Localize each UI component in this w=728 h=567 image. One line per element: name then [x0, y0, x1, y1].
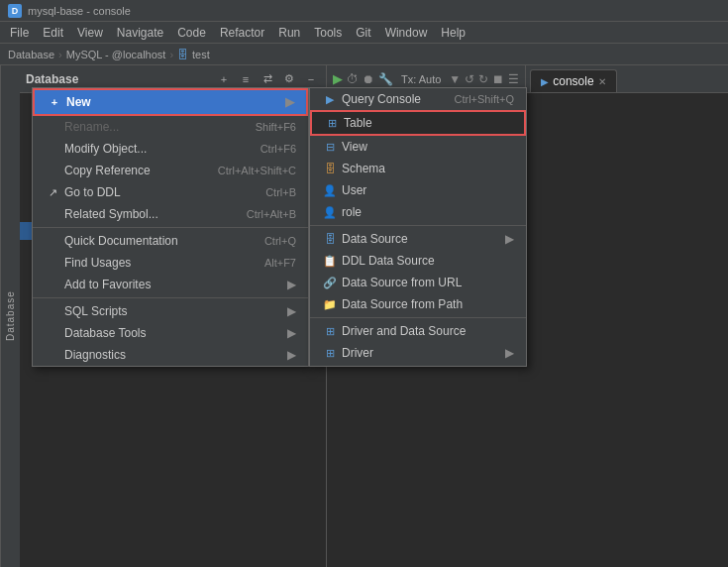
context-menu-new[interactable]: + New ▶	[33, 88, 308, 116]
menu-run[interactable]: Run	[272, 24, 306, 42]
path-icon: 📁	[322, 298, 338, 311]
new-submenu-query-console[interactable]: ▶ Query Console Ctrl+Shift+Q	[310, 88, 526, 110]
context-menu-rename: Rename... Shift+F6	[33, 116, 308, 138]
new-label: New	[66, 95, 91, 109]
context-menu-copy-ref[interactable]: Copy Reference Ctrl+Alt+Shift+C	[33, 160, 308, 181]
menu-bar: File Edit View Navigate Code Refactor Ru…	[0, 22, 728, 44]
undo-icon[interactable]: ↺	[465, 72, 474, 86]
ddl-icon: 📋	[322, 255, 338, 268]
menu-file[interactable]: File	[4, 24, 35, 42]
db-toolbar-collapse[interactable]: −	[302, 70, 320, 88]
menu-edit[interactable]: Edit	[37, 24, 69, 42]
db-toolbar-sync[interactable]: ⇄	[259, 70, 276, 88]
sql-scripts-arrow: ▶	[287, 304, 296, 318]
diagnostics-arrow: ▶	[287, 348, 296, 362]
view-icon: ⊟	[322, 141, 338, 154]
breadcrumb-connection[interactable]: MySQL - @localhost	[66, 49, 166, 60]
title-bar: D mysql-base - console	[0, 0, 728, 22]
context-menu-db-tools[interactable]: Database Tools ▶	[33, 322, 308, 344]
new-submenu-view[interactable]: ⊟ View	[310, 136, 526, 158]
menu-refactor[interactable]: Refactor	[214, 24, 270, 42]
sidebar-label: Database	[0, 65, 20, 567]
new-submenu-schema[interactable]: 🗄 Schema	[310, 158, 526, 179]
context-menu-modify[interactable]: Modify Object... Ctrl+F6	[33, 138, 308, 160]
driver-ds-icon: ⊞	[322, 325, 338, 338]
new-submenu: ▶ Query Console Ctrl+Shift+Q ⊞ Table ⊟ V…	[309, 87, 527, 367]
table-icon: ⊞	[324, 117, 340, 130]
new-submenu-ds-url[interactable]: 🔗 Data Source from URL	[310, 272, 526, 293]
console-tab[interactable]: ▶ console ✕	[530, 69, 616, 92]
context-menu-related[interactable]: Related Symbol... Ctrl+Alt+B	[33, 203, 308, 225]
new-submenu-table[interactable]: ⊞ Table	[310, 110, 526, 136]
db-panel-title: Database	[26, 72, 78, 86]
new-icon: +	[47, 96, 62, 108]
schema-icon: 🗄	[322, 163, 338, 174]
tx-dropdown-icon[interactable]: ▼	[449, 72, 461, 86]
separator-1	[33, 227, 308, 228]
context-menu-favorites[interactable]: Add to Favorites ▶	[33, 274, 308, 295]
new-submenu-ddl-data-source[interactable]: 📋 DDL Data Source	[310, 250, 526, 272]
record-icon: ⏺	[363, 72, 374, 86]
new-submenu-role[interactable]: 👤 role	[310, 201, 526, 223]
favorites-submenu-arrow: ▶	[287, 278, 296, 291]
stop-icon[interactable]: ⏹	[492, 72, 504, 86]
user-icon: 👤	[322, 184, 338, 197]
new-submenu-user[interactable]: 👤 User	[310, 179, 526, 201]
context-menu-find-usages[interactable]: Find Usages Alt+F7	[33, 252, 308, 274]
query-console-icon: ▶	[322, 93, 338, 106]
role-icon: 👤	[322, 206, 338, 219]
db-toolbar-list[interactable]: ≡	[237, 70, 255, 88]
app-icon: D	[8, 4, 22, 18]
new-submenu-arrow: ▶	[285, 95, 294, 109]
tx-label[interactable]: Tx: Auto	[401, 73, 441, 85]
driver-icon: ⊞	[322, 347, 338, 360]
menu-tools[interactable]: Tools	[308, 24, 348, 42]
data-source-icon: 🗄	[322, 233, 338, 245]
breadcrumb: Database › MySQL - @localhost › 🗄 test	[0, 44, 728, 65]
new-submenu-driver[interactable]: ⊞ Driver ▶	[310, 342, 526, 364]
data-source-arrow: ▶	[505, 232, 514, 246]
menu-view[interactable]: View	[71, 24, 109, 42]
menu-code[interactable]: Code	[171, 24, 212, 42]
breadcrumb-schema[interactable]: test	[192, 49, 210, 60]
timer-icon: ⏱	[347, 72, 359, 86]
menu-window[interactable]: Window	[379, 24, 434, 42]
context-menu: + New ▶ Rename... Shift+F6 Modify Object…	[32, 87, 309, 367]
menu-git[interactable]: Git	[350, 24, 376, 42]
driver-arrow: ▶	[505, 346, 514, 360]
db-toolbar-add[interactable]: +	[215, 70, 233, 88]
new-submenu-data-source[interactable]: 🗄 Data Source ▶	[310, 228, 526, 250]
redo-icon[interactable]: ↻	[478, 72, 488, 86]
breadcrumb-icon: 🗄	[177, 49, 188, 60]
menu-help[interactable]: Help	[435, 24, 471, 42]
new-submenu-separator-2	[310, 317, 526, 318]
run-icon[interactable]: ▶	[333, 71, 343, 86]
tab-close-button[interactable]: ✕	[598, 76, 606, 87]
new-submenu-ds-path[interactable]: 📁 Data Source from Path	[310, 293, 526, 315]
goto-icon: ↗	[45, 186, 60, 199]
title-text: mysql-base - console	[28, 5, 131, 17]
more-icon[interactable]: ☰	[508, 72, 519, 86]
context-menu-quick-doc[interactable]: Quick Documentation Ctrl+Q	[33, 230, 308, 252]
context-menu-goto-ddl[interactable]: ↗ Go to DDL Ctrl+B	[33, 181, 308, 203]
url-icon: 🔗	[322, 277, 338, 289]
context-menu-diagnostics[interactable]: Diagnostics ▶	[33, 344, 308, 366]
separator-2	[33, 297, 308, 298]
db-toolbar-settings[interactable]: ⚙	[280, 70, 298, 88]
new-submenu-driver-ds[interactable]: ⊞ Driver and Data Source	[310, 320, 526, 342]
tab-label: console	[553, 74, 593, 88]
context-menu-sql-scripts[interactable]: SQL Scripts ▶	[33, 300, 308, 322]
context-menu-container: + New ▶ Rename... Shift+F6 Modify Object…	[32, 87, 527, 367]
db-tools-arrow: ▶	[287, 326, 296, 340]
new-submenu-separator-1	[310, 225, 526, 226]
menu-navigate[interactable]: Navigate	[111, 24, 169, 42]
wrench-icon: 🔧	[378, 72, 393, 86]
breadcrumb-database[interactable]: Database	[8, 49, 54, 60]
